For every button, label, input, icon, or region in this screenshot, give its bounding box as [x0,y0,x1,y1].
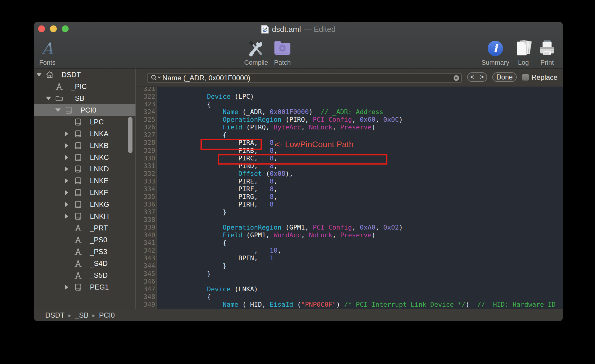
disclosure-open-icon[interactable] [36,73,45,77]
tree-item-label: LNKH [90,212,109,220]
line-number: 347 [136,285,155,293]
replace-label: Replace [531,73,557,82]
maciasl-window: dsdt.aml — Edited A Fonts [34,22,563,321]
sidebar-item-pci0[interactable]: PCI0 [34,104,141,116]
find-previous-button[interactable]: < [468,73,477,81]
summary-button[interactable]: i Summary [481,37,509,66]
search-field[interactable] [147,73,462,83]
line-number: 333 [136,178,155,185]
disclosure-closed-icon[interactable] [65,214,74,219]
breadcrumb-item-pci0[interactable]: PCI0 [99,311,115,319]
sidebar-item-lnka[interactable]: LNKA [34,128,141,140]
line-number: 337 [136,208,155,216]
method-icon-slot [55,82,71,91]
line-number: 325 [136,116,155,124]
replace-checkbox[interactable] [522,74,529,81]
code-line: Field (PIRQ, ByteAcc, NoLock, Preserve) [176,124,556,131]
print-button[interactable]: Print [539,37,556,66]
device-icon-slot [64,106,80,115]
code-line: Name (_ADR, 0x001F0000) // _ADR: Address [176,108,556,116]
sidebar-item-lnkh[interactable]: LNKH [34,210,141,222]
line-number: 339 [136,224,155,231]
document-proxy-icon [261,25,269,34]
log-button[interactable]: Log [515,37,532,66]
clear-search-button[interactable] [453,75,459,81]
breadcrumb-separator-icon: ▸ [68,312,71,319]
method-icon [74,259,83,268]
disclosure-closed-icon[interactable] [65,285,74,290]
device-icon [74,129,83,138]
line-number: 326 [136,124,155,131]
tree-item-label: _PIC [71,82,87,91]
breadcrumb-item-_sb[interactable]: _SB [75,311,88,319]
sidebar-item-lnkd[interactable]: LNKD [34,163,141,175]
sidebar-item-_s5d[interactable]: _S5D [34,269,141,281]
disclosure-closed-icon[interactable] [65,143,74,148]
title-filename: dsdt.aml [272,25,301,34]
compile-label: Compile [244,59,268,66]
find-next-button[interactable]: > [477,73,486,81]
device-icon-slot [74,118,90,126]
code-editor[interactable]: Device (LPC) { Name (_ADR, 0x001F0000) /… [157,87,563,309]
sidebar-item-lnkc[interactable]: LNKC [34,152,141,163]
code-line: Device (LPC) [176,93,556,100]
sidebar-item-lnkg[interactable]: LNKG [34,199,141,210]
sidebar-item-peg1[interactable]: PEG1 [34,281,141,293]
compile-button[interactable]: Compile [244,37,268,66]
dsdt-tree: DSDT _PIC _SB PCI0 LPC LNKA LNKB [34,69,141,309]
code-line: PIRG, 8, [176,193,556,201]
device-icon [74,141,83,150]
done-button[interactable]: Done [492,72,517,82]
sidebar-item-dsdt[interactable]: DSDT [34,69,141,81]
tree-item-label: LNKD [90,165,109,173]
search-input[interactable] [162,74,453,82]
code-line [176,216,556,224]
breadcrumb: DSDT▸_SB▸PCI0 [45,311,115,319]
method-icon-slot [74,259,90,268]
code-line: { [176,239,556,247]
patch-folder-icon [273,40,292,56]
device-icon-slot [74,188,90,197]
code-line: Field (GPM1, WordAcc, NoLock, Preserve) [176,231,556,239]
device-icon-slot [74,283,90,292]
sidebar-item-_s4d[interactable]: _S4D [34,258,141,269]
disclosure-closed-icon[interactable] [65,131,74,136]
search-menu-icon[interactable] [151,74,162,82]
fonts-button[interactable]: A Fonts [39,37,55,66]
disclosure-closed-icon[interactable] [65,190,74,195]
sidebar-item-lpc[interactable]: LPC [34,116,141,128]
device-icon [74,176,83,185]
sidebar-scrollbar-thumb[interactable] [128,117,132,153]
breadcrumb-item-dsdt[interactable]: DSDT [45,311,64,319]
line-number: 348 [136,293,155,301]
device-icon [74,188,83,197]
sidebar-item-lnkb[interactable]: LNKB [34,140,141,152]
sidebar-item-lnkf[interactable]: LNKF [34,187,141,199]
line-number: 329 [136,147,155,155]
patch-button[interactable]: Patch [273,37,292,66]
device-icon-slot [74,129,90,138]
code-line: } [176,208,556,216]
disclosure-closed-icon[interactable] [65,155,74,160]
sidebar-item-_sb[interactable]: _SB [34,92,141,104]
sidebar-item-_ps3[interactable]: _PS3 [34,246,141,258]
sidebar-item-_prt[interactable]: _PRT [34,222,141,234]
device-icon [74,118,83,126]
tree-item-label: LPC [90,118,104,126]
code-line: } [176,270,556,278]
disclosure-open-icon[interactable] [55,108,64,112]
sidebar-item-_ps0[interactable]: _PS0 [34,234,141,246]
sidebar-item-_pic[interactable]: _PIC [34,81,141,92]
print-label: Print [540,59,554,66]
sidebar-item-lnke[interactable]: LNKE [34,175,141,187]
disclosure-open-icon[interactable] [46,97,55,100]
disclosure-closed-icon[interactable] [65,202,74,207]
line-number: 336 [136,201,155,208]
home-icon [45,70,54,79]
patch-label: Patch [274,59,291,66]
tree-item-label: _PS0 [90,236,107,244]
tree-item-label: LNKF [90,188,108,197]
disclosure-closed-icon[interactable] [65,178,74,183]
device-icon-slot [74,141,90,150]
disclosure-closed-icon[interactable] [65,166,74,172]
